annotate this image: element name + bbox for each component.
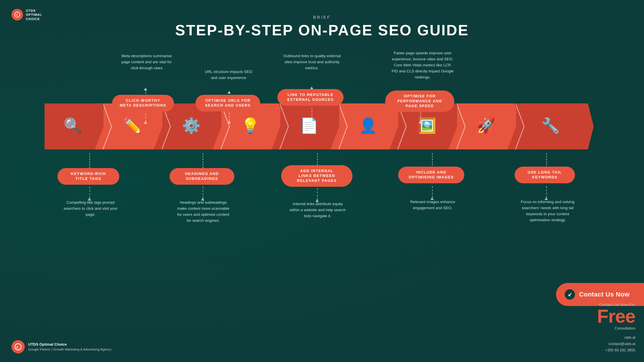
desc-urls: URL structure impacts SEO and user exper… bbox=[201, 69, 256, 81]
desc-headings: Headings and subheadings make content mo… bbox=[175, 200, 232, 224]
logo-area: c UTDS OPTIMAL CHOICE bbox=[12, 9, 42, 21]
desc-meta-desc: Meta descriptions summarise page content… bbox=[119, 53, 174, 71]
arrow-url-down bbox=[227, 121, 231, 124]
arrow-url bbox=[227, 91, 231, 94]
contact-button-label: Contact Us Now bbox=[579, 291, 630, 298]
logo-icon: c bbox=[12, 9, 23, 20]
svg-text:c: c bbox=[16, 13, 18, 16]
arrow-meta bbox=[144, 88, 147, 90]
brief-label: BRIEF bbox=[313, 15, 331, 20]
desc-keyword-title: Compelling title tags prompt searchers t… bbox=[62, 200, 119, 218]
svg-text:🚀: 🚀 bbox=[477, 117, 495, 134]
badge-images: INCLUDE ANDOPTIMISING IMAGES bbox=[398, 167, 464, 183]
footer-company: UTDS Optimal Choice Google Partner | Gro… bbox=[28, 342, 111, 352]
vline-kw-down bbox=[89, 153, 90, 168]
badge-performance: OPTIMISE FORPERFORMANCE ANDPAGE SPEED bbox=[385, 90, 454, 112]
svg-text:💡: 💡 bbox=[241, 117, 260, 134]
footer-logo-icon: c bbox=[12, 340, 25, 353]
phone: +355 69 291 3855 bbox=[597, 347, 635, 353]
svg-text:🔧: 🔧 bbox=[541, 117, 560, 134]
contact-arrow-icon: ↙ bbox=[565, 289, 575, 300]
vline-head-down bbox=[203, 153, 203, 168]
vline-img-down bbox=[432, 153, 433, 168]
vline-head-desc bbox=[203, 187, 203, 198]
desc-longtail: Focus on informing and solving searchers… bbox=[518, 199, 578, 223]
free-consultation-box: Contact Us Now For Free Consultation utd… bbox=[597, 303, 635, 353]
svg-text:🔍: 🔍 bbox=[64, 117, 82, 134]
badge-external-links: LINK TO REPUTABLEEXTERNAL SOURCES bbox=[277, 89, 344, 106]
email: contact@utds.ai bbox=[597, 341, 635, 347]
vline-internal-desc bbox=[317, 188, 318, 200]
badge-internal-links: ADD INTERNALLINKS BETWEENRELEVANT PAGES bbox=[281, 165, 352, 187]
page-title: STEP-BY-STEP ON-PAGE SEO GUIDE bbox=[175, 22, 469, 39]
vline-longtail-desc bbox=[546, 186, 547, 198]
vline-url-down bbox=[229, 113, 230, 121]
svg-text:📄: 📄 bbox=[300, 117, 319, 134]
consultation-text: Consultation bbox=[597, 326, 635, 330]
arrow-ext-down bbox=[310, 121, 313, 124]
badge-keyword-title: KEYWORD-RICHTITLE TAGS bbox=[57, 168, 119, 185]
vline-kw-desc bbox=[89, 187, 90, 198]
logo-text: UTDS OPTIMAL CHOICE bbox=[26, 9, 42, 21]
desc-images: Relevant images enhance engagement and S… bbox=[405, 199, 460, 211]
free-word: Free bbox=[597, 307, 635, 326]
desc-external-links: Outbound links to quality external sites… bbox=[283, 53, 341, 71]
footer-area: c UTDS Optimal Choice Google Partner | G… bbox=[12, 340, 111, 353]
desc-performance: Faster page speeds improve user experien… bbox=[391, 50, 454, 80]
arrow-meta-down bbox=[144, 121, 147, 124]
badge-longtail: USE LONG TAILKEYWORDS bbox=[515, 167, 575, 183]
badge-meta-desc: CLICK-WORTHYMETA DESCRIPTIONS bbox=[112, 95, 174, 111]
vline-perf-down bbox=[420, 112, 421, 121]
vline-ext-down bbox=[312, 108, 312, 122]
svg-text:c: c bbox=[16, 345, 18, 349]
svg-text:⚙️: ⚙️ bbox=[182, 117, 201, 134]
vline-longtail-down bbox=[546, 153, 547, 168]
svg-text:👤: 👤 bbox=[359, 117, 377, 134]
vline-meta-down bbox=[145, 113, 146, 122]
badge-urls: OPTIMISE URLS FORSEARCH AND USERS bbox=[195, 95, 260, 111]
vline-img-desc bbox=[432, 186, 433, 198]
svg-text:✏️: ✏️ bbox=[123, 117, 142, 134]
desc-internal-links: Internal links distribute equity within … bbox=[289, 201, 346, 219]
arrow-perf-down bbox=[419, 121, 422, 124]
website: utds.al bbox=[597, 334, 635, 341]
badge-headings: HEADINGS ANDSUBHEADINGS bbox=[170, 168, 234, 185]
contact-details: utds.al contact@utds.ai +355 69 291 3855 bbox=[597, 334, 635, 353]
